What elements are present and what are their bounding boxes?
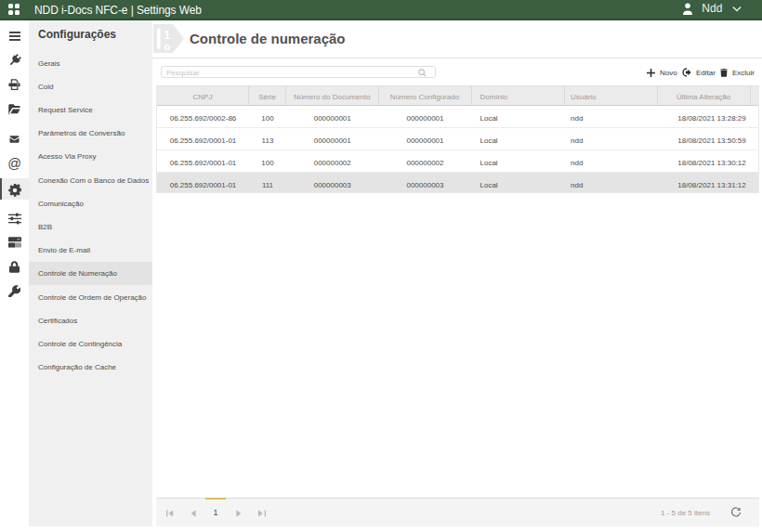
- svg-text:o: o: [164, 41, 171, 52]
- svg-text:1: 1: [164, 28, 171, 42]
